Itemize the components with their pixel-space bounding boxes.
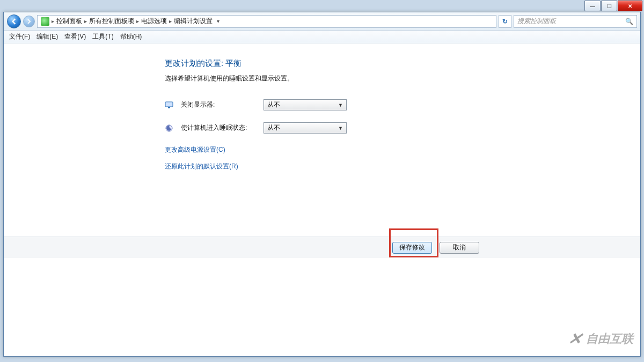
watermark: ✕ 自由互联: [568, 329, 633, 348]
breadcrumb-item[interactable]: 电源选项: [141, 17, 167, 26]
restore-defaults-link[interactable]: 还原此计划的默认设置(R): [165, 162, 476, 171]
cancel-button[interactable]: 取消: [440, 242, 479, 254]
minimize-button[interactable]: —: [584, 1, 601, 11]
moon-icon: [165, 124, 173, 132]
sleep-select[interactable]: 从不 ▼: [264, 122, 347, 134]
select-value: 从不: [267, 100, 280, 109]
menu-edit[interactable]: 编辑(E): [36, 32, 58, 41]
advanced-power-settings-link[interactable]: 更改高级电源设置(C): [165, 145, 476, 154]
chevron-down-icon: ▼: [338, 125, 343, 131]
save-button[interactable]: 保存修改: [392, 242, 432, 254]
back-button[interactable]: [7, 14, 21, 28]
menu-file[interactable]: 文件(F): [9, 32, 30, 41]
select-value: 从不: [267, 123, 280, 132]
display-off-select[interactable]: 从不 ▼: [264, 99, 347, 110]
chevron-right-icon: ▸: [169, 18, 172, 24]
forward-button[interactable]: [23, 16, 35, 27]
address-dropdown-icon[interactable]: ▾: [215, 18, 222, 24]
monitor-icon: [165, 101, 173, 109]
control-panel-window: — ☐ ✕ ▸ 控制面板 ▸ 所有控制面板项 ▸ 电源选项 ▸ 编辑计划设置: [3, 12, 641, 357]
close-button[interactable]: ✕: [618, 1, 642, 11]
page-subtitle: 选择希望计算机使用的睡眠设置和显示设置。: [165, 74, 476, 83]
menu-view[interactable]: 查看(V): [64, 32, 86, 41]
menu-help[interactable]: 帮助(H): [120, 32, 142, 41]
svg-rect-1: [168, 107, 170, 108]
setting-sleep: 使计算机进入睡眠状态: 从不 ▼: [165, 122, 476, 134]
refresh-icon: ↻: [502, 18, 508, 25]
search-icon: 🔍: [625, 18, 633, 25]
breadcrumb-item[interactable]: 编辑计划设置: [174, 17, 213, 26]
chevron-right-icon: ▸: [84, 18, 87, 24]
breadcrumb-bar[interactable]: ▸ 控制面板 ▸ 所有控制面板项 ▸ 电源选项 ▸ 编辑计划设置 ▾: [37, 15, 496, 28]
page-title: 更改计划的设置: 平衡: [165, 58, 476, 69]
breadcrumb-item[interactable]: 控制面板: [56, 17, 82, 26]
watermark-logo-icon: ✕: [566, 329, 583, 348]
button-bar: 保存修改 取消: [4, 237, 640, 258]
content-area: 更改计划的设置: 平衡 选择希望计算机使用的睡眠设置和显示设置。 关闭显示器: …: [4, 43, 640, 356]
maximize-button[interactable]: ☐: [601, 1, 617, 11]
setting-label: 使计算机进入睡眠状态:: [181, 123, 256, 132]
window-controls: — ☐ ✕: [584, 1, 642, 11]
setting-label: 关闭显示器:: [181, 100, 256, 109]
svg-rect-0: [165, 102, 173, 107]
chevron-right-icon: ▸: [52, 18, 54, 24]
refresh-button[interactable]: ↻: [499, 15, 511, 28]
address-bar: ▸ 控制面板 ▸ 所有控制面板项 ▸ 电源选项 ▸ 编辑计划设置 ▾ ↻ 搜索控…: [4, 12, 640, 31]
breadcrumb-item[interactable]: 所有控制面板项: [89, 17, 134, 26]
menu-tools[interactable]: 工具(T): [92, 32, 113, 41]
arrow-right-icon: [26, 19, 32, 24]
setting-display-off: 关闭显示器: 从不 ▼: [165, 99, 476, 110]
chevron-right-icon: ▸: [136, 18, 139, 24]
arrow-left-icon: [11, 18, 17, 25]
control-panel-icon: [41, 17, 49, 26]
search-placeholder: 搜索控制面板: [517, 17, 556, 26]
chevron-down-icon: ▼: [338, 102, 343, 108]
search-input[interactable]: 搜索控制面板 🔍: [514, 15, 637, 28]
watermark-text: 自由互联: [586, 331, 633, 347]
menu-bar: 文件(F) 编辑(E) 查看(V) 工具(T) 帮助(H): [4, 31, 640, 43]
